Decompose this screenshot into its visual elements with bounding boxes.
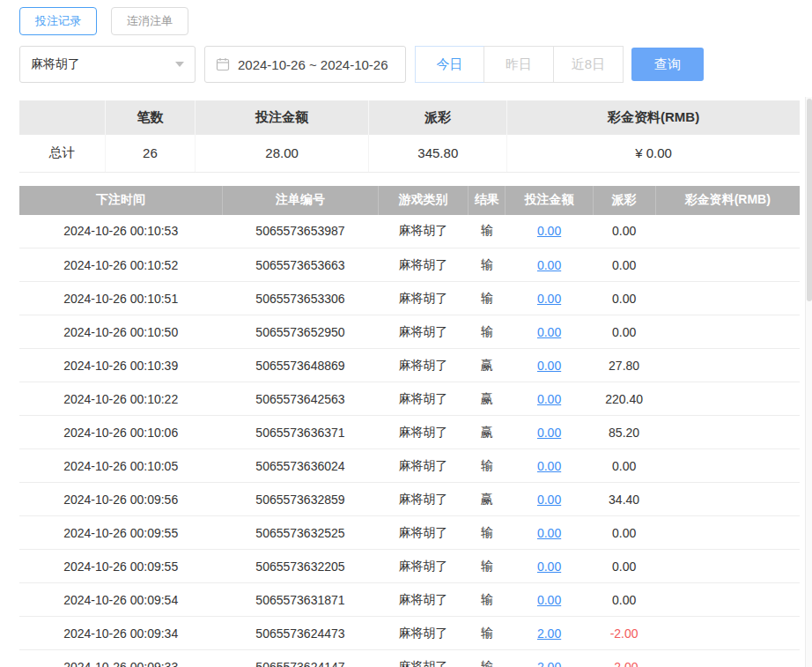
cell-game-type: 麻将胡了 <box>379 382 469 416</box>
table-row: 2024-10-26 00:09:34 5065573624473 麻将胡了 输… <box>19 617 800 650</box>
cell-bet-amount-link[interactable]: 0.00 <box>537 426 561 440</box>
cell-result: 赢 <box>468 382 506 416</box>
cell-game-type: 麻将胡了 <box>379 215 469 248</box>
cell-order-no: 5065573632859 <box>222 483 378 516</box>
cell-bet-amount-link[interactable]: 0.00 <box>537 359 561 373</box>
cell-bet-amount-link[interactable]: 0.00 <box>537 224 561 238</box>
cell-result: 输 <box>468 650 506 667</box>
cell-bet-amount-link[interactable]: 0.00 <box>537 593 561 607</box>
cell-jackpot <box>655 449 800 483</box>
cell-result: 赢 <box>468 483 506 516</box>
cell-bet-time: 2024-10-26 00:10:39 <box>19 349 222 382</box>
summary-total-label: 总计 <box>19 135 105 172</box>
cell-order-no: 5065573632525 <box>222 516 378 550</box>
game-select[interactable]: 麻将胡了 <box>19 46 196 83</box>
cell-bet-amount-link[interactable]: 0.00 <box>537 459 561 473</box>
cell-payout: 0.00 <box>593 550 655 583</box>
cell-game-type: 麻将胡了 <box>379 282 469 315</box>
cell-payout: 220.40 <box>593 382 655 416</box>
last-8-days-button[interactable]: 近8日 <box>554 46 624 83</box>
cell-bet-time: 2024-10-26 00:10:50 <box>19 315 222 349</box>
cell-jackpot <box>655 382 800 416</box>
table-row: 2024-10-26 00:10:52 5065573653663 麻将胡了 输… <box>19 248 800 282</box>
top-tab-row: 投注记录 连消注单 <box>19 7 800 35</box>
table-row: 2024-10-26 00:09:55 5065573632205 麻将胡了 输… <box>19 550 800 583</box>
cell-bet-amount-link[interactable]: 2.00 <box>537 660 561 667</box>
cell-bet-amount-link[interactable]: 2.00 <box>537 626 561 641</box>
cell-bet-amount-link[interactable]: 0.00 <box>537 493 561 507</box>
cell-bet-time: 2024-10-26 00:09:34 <box>19 617 222 650</box>
table-row: 2024-10-26 00:10:51 5065573653306 麻将胡了 输… <box>19 282 800 315</box>
table-row: 2024-10-26 00:09:54 5065573631871 麻将胡了 输… <box>19 583 800 617</box>
scrollbar-thumb[interactable] <box>807 99 812 301</box>
table-row: 2024-10-26 00:09:33 5065573624147 麻将胡了 输… <box>19 650 800 667</box>
cell-game-type: 麻将胡了 <box>379 315 469 349</box>
cell-jackpot <box>655 617 800 650</box>
tab-betting-records[interactable]: 投注记录 <box>19 7 97 35</box>
cell-payout: 0.00 <box>593 516 655 550</box>
cell-result: 输 <box>468 315 506 349</box>
cell-bet-time: 2024-10-26 00:10:22 <box>19 382 222 416</box>
date-range-picker[interactable]: 2024-10-26 ~ 2024-10-26 <box>204 46 406 83</box>
page: 投注记录 连消注单 麻将胡了 2024-10-26 ~ 2024-10-26 今… <box>0 0 812 667</box>
cell-bet-time: 2024-10-26 00:09:55 <box>19 550 222 583</box>
cell-jackpot <box>655 215 800 248</box>
cell-jackpot <box>655 483 800 516</box>
summary-total-row: 总计 26 28.00 345.80 ¥ 0.00 <box>19 135 800 172</box>
today-button[interactable]: 今日 <box>415 46 484 83</box>
cell-bet-amount-link[interactable]: 0.00 <box>537 258 561 272</box>
cell-order-no: 5065573653987 <box>222 215 378 248</box>
cell-result: 输 <box>468 550 506 583</box>
cell-payout: 0.00 <box>593 248 655 282</box>
cell-payout: 0.00 <box>593 583 655 617</box>
cell-result: 输 <box>468 583 506 617</box>
cell-game-type: 麻将胡了 <box>379 483 469 516</box>
cell-bet-time: 2024-10-26 00:10:06 <box>19 416 222 449</box>
summary-bet-amount-value: 28.00 <box>195 135 369 172</box>
header-jackpot: 彩金资料(RMB) <box>655 186 800 215</box>
cell-bet-time: 2024-10-26 00:10:53 <box>19 215 222 248</box>
cell-result: 输 <box>468 215 506 248</box>
cell-jackpot <box>655 349 800 382</box>
cell-result: 输 <box>468 248 506 282</box>
cell-bet-amount-link[interactable]: 0.00 <box>537 392 561 406</box>
table-row: 2024-10-26 00:10:22 5065573642563 麻将胡了 赢… <box>19 382 800 416</box>
cell-bet-amount-link[interactable]: 0.00 <box>537 292 561 306</box>
cell-order-no: 5065573636371 <box>222 416 378 449</box>
cell-bet-amount-link[interactable]: 0.00 <box>537 560 561 574</box>
cell-order-no: 5065573648869 <box>222 349 378 382</box>
filter-row: 麻将胡了 2024-10-26 ~ 2024-10-26 今日 昨日 近8日 查… <box>19 46 800 83</box>
cell-bet-amount-link[interactable]: 0.00 <box>537 325 561 339</box>
cell-order-no: 5065573653663 <box>222 248 378 282</box>
cell-result: 输 <box>468 516 506 550</box>
cell-bet-time: 2024-10-26 00:10:52 <box>19 248 222 282</box>
summary-payout-value: 345.80 <box>369 135 507 172</box>
header-payout: 派彩 <box>593 186 655 215</box>
summary-header-payout: 派彩 <box>369 100 507 135</box>
summary-header-blank <box>19 100 105 135</box>
cell-bet-amount-link[interactable]: 0.00 <box>537 526 561 540</box>
cell-payout: 85.20 <box>593 416 655 449</box>
quick-date-button-group: 今日 昨日 近8日 <box>415 46 624 83</box>
cell-result: 赢 <box>468 416 506 449</box>
vertical-scrollbar[interactable] <box>805 97 812 667</box>
cell-game-type: 麻将胡了 <box>379 248 469 282</box>
cell-order-no: 5065573624473 <box>222 617 378 650</box>
tab-cancelled-orders[interactable]: 连消注单 <box>111 7 188 35</box>
cell-order-no: 5065573631871 <box>222 583 378 617</box>
cell-jackpot <box>655 550 800 583</box>
cell-payout: 0.00 <box>593 449 655 483</box>
summary-header-jackpot: 彩金资料(RMB) <box>507 100 800 135</box>
cell-jackpot <box>655 650 800 667</box>
cell-game-type: 麻将胡了 <box>379 349 469 382</box>
table-row: 2024-10-26 00:10:50 5065573652950 麻将胡了 输… <box>19 315 800 349</box>
cell-game-type: 麻将胡了 <box>379 516 469 550</box>
bet-table-header-row: 下注时间 注单编号 游戏类别 结果 投注金额 派彩 彩金资料(RMB) <box>19 186 800 215</box>
cell-game-type: 麻将胡了 <box>379 650 469 667</box>
query-button[interactable]: 查询 <box>631 48 704 81</box>
yesterday-button[interactable]: 昨日 <box>484 46 554 83</box>
cell-result: 输 <box>468 617 506 650</box>
cell-payout: 34.40 <box>593 483 655 516</box>
cell-bet-time: 2024-10-26 00:09:56 <box>19 483 222 516</box>
cell-result: 赢 <box>468 349 506 382</box>
